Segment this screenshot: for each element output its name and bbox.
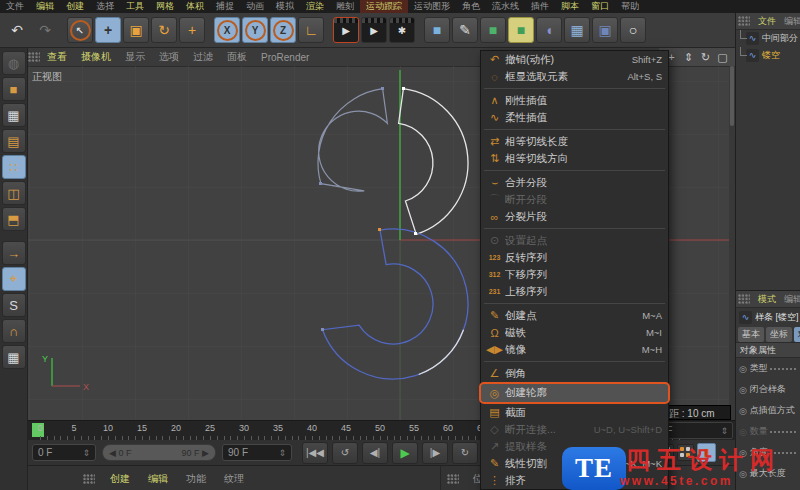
last-tool[interactable]: + [179,17,205,43]
context-menu-item-上移序列[interactable]: 231上移序列 [481,283,668,300]
keyframe-circle-icon[interactable]: ◎ [739,406,747,416]
model-mode[interactable]: ■ [2,77,26,101]
context-menu-item-相等切线方向[interactable]: ⇅相等切线方向 [481,150,668,167]
viewport-menu-面板[interactable]: 面板 [220,50,254,64]
context-menu-item-创建点[interactable]: ✎创建点M~A [481,307,668,324]
object-manager-menu-编辑[interactable]: 编辑 [780,15,800,28]
menubar-item-脚本[interactable]: 脚本 [555,0,585,13]
keyframe-circle-icon[interactable]: ◎ [739,385,747,395]
points-mode[interactable]: ∷ [2,155,26,179]
menubar-item-选择[interactable]: 选择 [90,0,120,13]
scale-tool[interactable]: ▣ [123,17,149,43]
context-menu-item-线性切割[interactable]: ✎线性切割K~K, M~K [481,455,668,472]
spline-point[interactable] [402,87,405,90]
viewport-menu-显示[interactable]: 显示 [118,50,152,64]
context-menu-item-排齐[interactable]: ⋮排齐 [481,472,668,489]
panel-drag-handle[interactable] [738,16,750,26]
autokey-button[interactable] [677,444,694,461]
add-primitive-cube[interactable]: ■ [424,17,450,43]
keyframe-circle-icon[interactable]: ◎ [739,469,747,479]
viewport-menu-摄像机[interactable]: 摄像机 [74,50,118,64]
menubar-item-窗口[interactable]: 窗口 [585,0,615,13]
viewport-menu-ProRender[interactable]: ProRender [254,52,316,63]
viewport-menu-查看[interactable]: 查看 [40,50,74,64]
object-tree-item[interactable]: ∿中间部分 [736,30,800,47]
context-menu-item-创建轮廓[interactable]: ◎创建轮廓 [479,382,670,404]
menubar-item-体积[interactable]: 体积 [180,0,210,13]
keyframe-circle-icon[interactable]: ◎ [739,448,747,458]
panel-drag-handle[interactable] [738,294,750,304]
context-menu-item-镜像[interactable]: ◀▶镜像M~H [481,341,668,358]
attribute-tab-对象[interactable]: 对象 [794,327,800,342]
menubar-item-角色[interactable]: 角色 [456,0,486,13]
y-axis-lock[interactable]: Y [242,17,268,43]
add-subdivision-surface[interactable]: ■ [480,17,506,43]
menubar-item-创建[interactable]: 创建 [60,0,90,13]
menubar-item-流水线[interactable]: 流水线 [486,0,525,13]
context-menu-item-框显选取元素[interactable]: ◌框显选取元素Alt+S, S [481,68,668,85]
menubar-item-运动图形[interactable]: 运动图形 [408,0,456,13]
add-generator[interactable]: ■ [508,17,534,43]
previous-frame-button[interactable]: ◀| [362,442,388,464]
materials-menu-创建[interactable]: 创建 [101,472,139,486]
current-frame-field[interactable]: 0 F ⇕ [32,444,96,461]
menubar-item-捕捉[interactable]: 捕捉 [210,0,240,13]
play-forwards-button[interactable]: ▶ [392,442,418,464]
attribute-tab-基本[interactable]: 基本 [738,327,764,342]
context-menu-item-合并分段[interactable]: ⌣合并分段 [481,174,668,191]
context-menu-item-刚性插值[interactable]: ∧刚性插值 [481,92,668,109]
dolly-view-icon[interactable]: ⇕ [680,51,697,64]
spline-point[interactable] [381,87,384,90]
tweak-mode[interactable]: ⌖ [2,267,26,291]
menubar-item-渲染[interactable]: 渲染 [300,0,330,13]
add-deformer[interactable]: ◖ [536,17,562,43]
spline-point[interactable] [319,182,322,185]
edges-mode[interactable]: ◫ [2,181,26,205]
context-menu-item-磁铁[interactable]: Ω磁铁M~I [481,324,668,341]
viewport-menu-选项[interactable]: 选项 [152,50,186,64]
quantize-grid[interactable]: ▦ [2,345,26,369]
move-tool[interactable]: + [95,17,121,43]
attribute-tab-坐标[interactable]: 坐标 [766,327,792,342]
end-frame-field[interactable]: 90 F ⇕ [222,444,292,461]
next-frame-button[interactable]: |▶ [422,442,448,464]
stepper-icon[interactable]: ⇕ [82,448,90,458]
keyframe-circle-icon[interactable]: ◎ [739,364,747,374]
keyframe-circle-icon[interactable]: ◎ [739,427,747,437]
toggle-view-icon[interactable]: ▢ [714,51,731,64]
texture-mode[interactable]: ▦ [2,103,26,127]
context-menu-item-柔性插值[interactable]: ∿柔性插值 [481,109,668,126]
menubar-item-工具[interactable]: 工具 [120,0,150,13]
attribute-manager-menu-编辑[interactable]: 编辑 [780,293,800,306]
context-menu-item-下移序列[interactable]: 312下移序列 [481,266,668,283]
object-manager-menu-文件[interactable]: 文件 [754,15,780,28]
stepper-icon[interactable]: ⇕ [278,448,286,458]
context-menu-item-分裂片段[interactable]: ∞分裂片段 [481,208,668,225]
materials-menu-纹理[interactable]: 纹理 [215,472,253,486]
undo-icon[interactable]: ↶ [4,17,30,43]
z-axis-lock[interactable]: Z [270,17,296,43]
make-editable[interactable]: ◍ [2,51,26,75]
coordinate-system[interactable]: ∟ [298,17,324,43]
context-menu-item-撤销(动作)[interactable]: ↶撤销(动作)Shift+Z [481,51,668,68]
goto-end-button[interactable]: ↻ [452,442,478,464]
object-tree-item[interactable]: ∿镂空 [736,47,800,64]
keyframe-selection-button[interactable]: ▮ [697,443,716,462]
snap-magnet[interactable]: ∩ [2,319,26,343]
context-menu-item-相等切线长度[interactable]: ⇄相等切线长度 [481,133,668,150]
materials-menu-编辑[interactable]: 编辑 [139,472,177,486]
preview-range-slider[interactable]: ◀ 0 F 90 F ▶ [102,444,216,461]
add-camera[interactable]: ▣ [592,17,618,43]
menubar-item-运动跟踪[interactable]: 运动跟踪 [360,0,408,13]
panel-drag-handle[interactable] [28,52,40,62]
polygons-mode[interactable]: ⬒ [2,207,26,231]
render-settings-button[interactable]: ✱ [389,17,415,43]
add-floor[interactable]: ▦ [564,17,590,43]
panel-drag-handle[interactable] [447,474,459,484]
render-view-button[interactable]: ▶ [333,17,359,43]
spline-point[interactable] [414,232,417,235]
rotate-tool[interactable]: ↻ [151,17,177,43]
render-to-picture-viewer-button[interactable]: ▶ [361,17,387,43]
play-backwards-button[interactable]: ↺ [332,442,358,464]
context-menu-item-反转序列[interactable]: 123反转序列 [481,249,668,266]
